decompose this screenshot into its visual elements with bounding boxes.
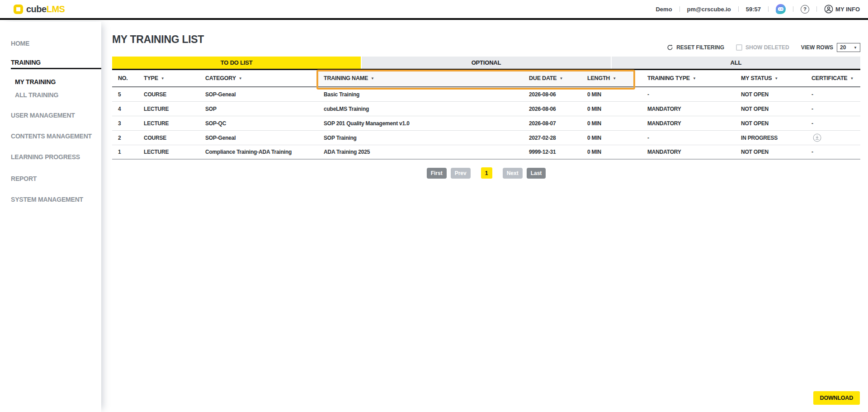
certificate-download-icon[interactable]	[813, 133, 821, 142]
sort-arrow-icon: ▼	[693, 76, 696, 81]
cell-training-name: ADA Training 2025	[318, 145, 523, 159]
column-header-label: NO.	[118, 75, 128, 81]
cell-due-date: 2026-08-07	[523, 116, 581, 130]
table-row[interactable]: 2 COURSE SOP-Geneal SOP Training 2027-02…	[112, 131, 860, 145]
cell-category: SOP-Geneal	[199, 87, 318, 101]
topbar-right-cluster: Demo pm@crscube.io 59:57 ? MY INFO	[656, 4, 860, 14]
cell-certificate: -	[806, 116, 860, 130]
cell-certificate: -	[806, 145, 860, 159]
cell-no: 5	[112, 87, 138, 101]
training-table: TO DO LIST OPTIONAL ALL NO. TYPE▼ CATEGO…	[112, 57, 860, 179]
sort-arrow-icon: ▼	[774, 76, 778, 81]
tab-all[interactable]: ALL	[611, 57, 860, 69]
cell-no: 2	[112, 131, 138, 145]
column-header-length[interactable]: LENGTH▼	[581, 70, 642, 86]
column-header-label: CATEGORY	[205, 75, 236, 81]
column-header-category[interactable]: CATEGORY▼	[199, 70, 318, 86]
cubelms-logo[interactable]: cubeLMS	[14, 4, 65, 14]
sidebar-item-my-training[interactable]: MY TRAINING	[0, 77, 101, 86]
show-deleted-label: SHOW DELETED	[745, 44, 789, 51]
sort-arrow-icon: ▼	[371, 76, 374, 81]
cell-training-type: -	[642, 87, 735, 101]
logo-square-icon	[14, 5, 23, 14]
sidebar-item-report[interactable]: REPORT	[0, 174, 101, 183]
cell-certificate: -	[806, 102, 860, 116]
cell-due-date: 2027-02-28	[523, 131, 581, 145]
table-row[interactable]: 3 LECTURE SOP-QC SOP 201 Quality Managem…	[112, 116, 860, 131]
cell-category: Compliance Training-ADA Training	[199, 145, 318, 159]
table-row[interactable]: 4 LECTURE SOP cubeLMS Training 2026-08-0…	[112, 102, 860, 116]
show-deleted-toggle[interactable]: SHOW DELETED	[736, 44, 789, 51]
sidebar-item-home[interactable]: HOME	[0, 39, 101, 48]
cell-training-type: -	[642, 131, 735, 145]
cell-no: 3	[112, 116, 138, 130]
sidebar-item-user-management[interactable]: USER MANAGEMENT	[0, 111, 101, 120]
cell-category: SOP	[199, 102, 318, 116]
table-row[interactable]: 5 COURSE SOP-Geneal Basic Training 2026-…	[112, 87, 860, 102]
chevron-down-icon: ▼	[854, 46, 857, 50]
logo-cube-label: cube	[26, 4, 47, 14]
cell-no: 1	[112, 145, 138, 159]
my-info-button[interactable]: MY INFO	[824, 5, 860, 14]
separator	[679, 6, 680, 12]
sidebar-item-all-training[interactable]: ALL TRAINING	[0, 90, 101, 99]
cell-my-status: NOT OPEN	[735, 116, 806, 130]
cell-type: COURSE	[138, 87, 199, 101]
chatbot-icon[interactable]	[776, 4, 786, 14]
cell-category: SOP-QC	[199, 116, 318, 130]
cell-type: LECTURE	[138, 116, 199, 130]
tab-bar: TO DO LIST OPTIONAL ALL	[112, 57, 860, 70]
user-email: pm@crscube.io	[687, 6, 731, 13]
pagination-first-button[interactable]: First	[427, 168, 447, 179]
sidebar-item-contents-management[interactable]: CONTENTS MANAGEMENT	[0, 132, 101, 141]
sidebar-item-training[interactable]: TRAINING	[0, 58, 101, 67]
cell-due-date: 2026-08-06	[523, 87, 581, 101]
download-button[interactable]: DOWNLOAD	[813, 391, 860, 405]
column-header-training-name[interactable]: TRAINING NAME▼	[318, 70, 523, 86]
help-icon[interactable]: ?	[801, 5, 809, 14]
pagination-last-button[interactable]: Last	[527, 168, 546, 179]
cell-my-status: NOT OPEN	[735, 145, 806, 159]
sidebar-item-system-management[interactable]: SYSTEM MANAGEMENT	[0, 195, 101, 204]
column-header-type[interactable]: TYPE▼	[138, 70, 199, 86]
show-deleted-checkbox[interactable]	[736, 44, 742, 51]
cell-training-type: MANDATORY	[642, 145, 735, 159]
cell-my-status: IN PROGRESS	[735, 131, 806, 145]
cell-certificate: -	[806, 87, 860, 101]
separator	[793, 6, 793, 12]
pagination-prev-button[interactable]: Prev	[451, 168, 471, 179]
column-header-my-status[interactable]: MY STATUS▼	[735, 70, 806, 86]
column-header-due-date[interactable]: DUE DATE▼	[523, 70, 581, 86]
reset-filtering-label: RESET FILTERING	[676, 44, 724, 51]
cell-length: 0 MIN	[581, 145, 642, 159]
sidebar-item-learning-progress[interactable]: LEARNING PROGRESS	[0, 152, 101, 161]
reset-filtering-button[interactable]: RESET FILTERING	[667, 44, 724, 51]
pagination-page-1[interactable]: 1	[481, 167, 492, 179]
pagination: First Prev 1 Next Last	[112, 167, 860, 179]
cell-length: 0 MIN	[581, 116, 642, 130]
sidebar: HOME TRAINING MY TRAINING ALL TRAINING U…	[0, 22, 101, 412]
column-header-certificate[interactable]: CERTIFICATE▼	[806, 70, 860, 86]
cell-my-status: NOT OPEN	[735, 102, 806, 116]
sort-arrow-icon: ▼	[161, 76, 165, 81]
sort-arrow-icon: ▼	[559, 76, 563, 81]
tab-optional[interactable]: OPTIONAL	[361, 57, 610, 69]
cell-due-date: 9999-12-31	[523, 145, 581, 159]
my-info-label: MY INFO	[835, 6, 860, 13]
view-rows-select[interactable]: 20 ▼	[837, 43, 860, 52]
reset-icon	[667, 44, 673, 51]
tab-to-do-list[interactable]: TO DO LIST	[112, 57, 361, 69]
cell-certificate	[806, 131, 860, 145]
cell-training-name: SOP 201 Quality Management v1.0	[318, 116, 523, 130]
pagination-next-button[interactable]: Next	[503, 168, 523, 179]
column-header-training-type[interactable]: TRAINING TYPE▼	[642, 70, 735, 86]
column-header-label: TYPE	[144, 75, 158, 81]
column-header-label: CERTIFICATE	[811, 75, 848, 81]
view-rows-control: VIEW ROWS 20 ▼	[801, 43, 860, 52]
session-timer: 59:57	[746, 6, 761, 13]
separator	[816, 6, 817, 12]
sort-arrow-icon: ▼	[239, 76, 242, 81]
cell-length: 0 MIN	[581, 87, 642, 101]
cell-type: LECTURE	[138, 102, 199, 116]
table-row[interactable]: 1 LECTURE Compliance Training-ADA Traini…	[112, 145, 860, 160]
